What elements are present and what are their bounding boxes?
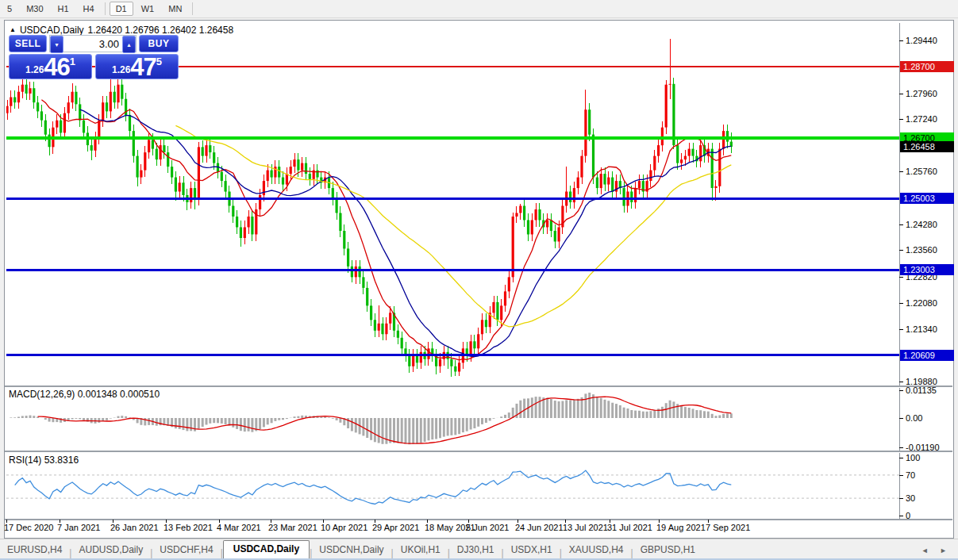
tab-scroll-arrows[interactable]: ◄ ► <box>921 547 952 554</box>
rsi-axis-tick: 100 <box>906 453 920 463</box>
tab-xauusd-h4[interactable]: XAUUSD,H4 <box>562 542 631 558</box>
one-click-trading-panel: SELL ▼ ▲ BUY 1.26 46 1 1.26 47 5 <box>9 35 179 79</box>
price-axis-tick: 1.25760 <box>906 167 937 177</box>
date-axis-label: 19 Aug 2021 <box>656 523 706 532</box>
price-axis-tick: 1.24280 <box>906 220 937 230</box>
rsi-axis-tick: 0 <box>906 511 910 521</box>
date-axis-label: 26 Jan 2021 <box>110 523 159 532</box>
tab-eurusd-h4[interactable]: EURUSD,H4 <box>0 542 69 558</box>
rsi-axis-tick: 70 <box>906 470 915 481</box>
price-level-badge: 1.28700 <box>900 61 954 72</box>
macd-label: MACD(12,26,9) 0.001348 0.000510 <box>9 389 160 400</box>
date-axis-label: 13 Feb 2021 <box>164 523 213 532</box>
tab-audusd-daily[interactable]: AUDUSD,Daily <box>71 542 150 558</box>
volume-increase-button[interactable]: ▲ <box>122 36 136 53</box>
volume-group: ▼ ▲ <box>49 35 137 52</box>
buy-price-display[interactable]: 1.26 47 5 <box>95 54 179 79</box>
tab-dj30-h1[interactable]: DJ30,H1 <box>450 542 502 558</box>
chevron-down-icon: ▼ <box>54 42 60 48</box>
sell-price-sup: 1 <box>70 56 75 67</box>
chart-plot-area[interactable] <box>0 0 958 560</box>
date-axis-label: 31 Jul 2021 <box>607 523 652 532</box>
volume-decrease-button[interactable]: ▼ <box>50 36 63 53</box>
macd-axis-tick: 0.00 <box>906 413 922 424</box>
buy-price-prefix: 1.26 <box>112 64 130 75</box>
chart-ohlc-values: 1.26420 1.26796 1.26402 1.26458 <box>88 25 234 36</box>
tab-usdchf-h4[interactable]: USDCHF,H4 <box>152 542 220 558</box>
date-axis-label: 29 Apr 2021 <box>372 523 419 532</box>
rsi-label: RSI(14) 53.8316 <box>9 455 79 466</box>
symbol-arrow-icon: ▲ <box>10 26 16 33</box>
buy-price-sup: 5 <box>156 56 162 67</box>
price-axis-tick: 1.22080 <box>906 298 937 309</box>
date-axis-label: 4 Mar 2021 <box>217 523 261 532</box>
tab-gbpusd-h1[interactable]: GBPUSD,H1 <box>633 542 702 558</box>
date-axis-label: 10 Apr 2021 <box>321 523 367 532</box>
date-axis-label: 7 Sep 2021 <box>706 523 750 532</box>
price-level-badge: 1.26458 <box>900 141 954 152</box>
tab-usdcad-daily[interactable]: USDCAD,Daily <box>223 540 310 558</box>
date-axis-label: 17 Dec 2020 <box>4 523 53 532</box>
date-axis-label: 5 Jun 2021 <box>466 523 509 532</box>
price-axis-tick: 1.29440 <box>906 36 937 46</box>
rsi-axis-tick: 30 <box>906 493 915 504</box>
buy-button[interactable]: BUY <box>139 35 179 52</box>
date-axis-label: 13 Jul 2021 <box>563 523 608 532</box>
macd-axis-tick: 0.01135 <box>906 385 937 396</box>
buy-price-big: 47 <box>130 56 156 78</box>
price-axis-tick: 1.23560 <box>906 245 937 255</box>
date-axis-label: 23 Mar 2021 <box>268 523 317 532</box>
symbol-tab-bar: EURUSD,H4|AUDUSD,Daily|USDCHF,H4|USDCAD,… <box>0 539 958 558</box>
date-axis-label: 24 Jun 2021 <box>515 523 564 532</box>
tab-ukoil-h1[interactable]: UKOil,H1 <box>394 542 448 558</box>
chevron-up-icon: ▲ <box>126 42 132 48</box>
price-axis-tick: 1.21340 <box>906 324 937 335</box>
date-axis-label: 7 Jan 2021 <box>57 523 100 532</box>
macd-axis-tick: -0.01190 <box>906 443 940 453</box>
tab-usdx-h1[interactable]: USDX,H1 <box>504 542 560 558</box>
sell-button[interactable]: SELL <box>9 35 47 52</box>
volume-input[interactable] <box>63 36 122 52</box>
price-level-badge: 1.23003 <box>900 264 954 275</box>
sell-price-display[interactable]: 1.26 46 1 <box>9 54 92 79</box>
chart-symbol-label: USDCAD,Daily <box>20 25 84 36</box>
price-axis-tick: 1.27960 <box>906 89 937 99</box>
price-level-badge: 1.25003 <box>900 193 954 204</box>
price-axis-tick: 1.27240 <box>906 114 937 125</box>
sell-price-big: 46 <box>44 56 69 78</box>
mt4-terminal: { "toolbar": { "timeframes": ["5", "M30"… <box>0 0 958 560</box>
chart-title: ▲ USDCAD,Daily 1.26420 1.26796 1.26402 1… <box>10 25 233 36</box>
tab-usdcnh-daily[interactable]: USDCNH,Daily <box>312 542 391 558</box>
price-level-badge: 1.20609 <box>900 350 954 361</box>
sell-price-prefix: 1.26 <box>25 64 44 75</box>
